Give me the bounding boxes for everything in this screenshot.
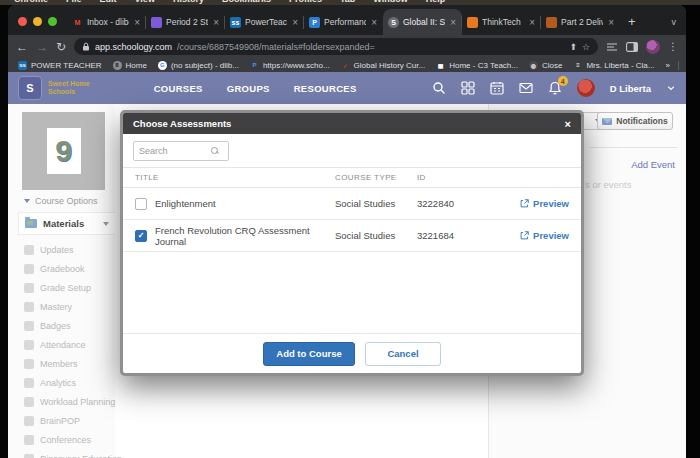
sis-icon: ss <box>18 61 27 70</box>
preview-link[interactable]: Preview <box>520 230 569 241</box>
user-name[interactable]: D Liberta <box>610 83 651 94</box>
bookmark-items: ssPOWER TEACHER8HomeG(no subject) - dlib… <box>18 61 654 70</box>
menu-item-view[interactable]: View <box>135 0 155 4</box>
add-to-course-button[interactable]: Add to Course <box>263 342 355 366</box>
back-button[interactable]: ← <box>16 41 28 53</box>
reading-list-icon[interactable] <box>606 42 618 52</box>
sidebar-item-conferences[interactable]: Conferences <box>8 430 115 449</box>
bookmark-powerteacher[interactable]: ssPOWER TEACHER <box>18 61 102 70</box>
menu-item-tab[interactable]: Tab <box>340 0 355 4</box>
sidebar-items: UpdatesGradebookGrade SetupMasteryBadges… <box>8 240 115 458</box>
tab-performance[interactable]: PPerformance× <box>304 9 383 35</box>
cancel-button[interactable]: Cancel <box>365 342 441 366</box>
sidebar-item-updates[interactable]: Updates <box>8 240 115 259</box>
search-box[interactable] <box>133 141 229 161</box>
menu-item-profiles[interactable]: Profiles <box>289 0 322 4</box>
table-row: ✓French Revolution CRQ Assessment Journa… <box>123 220 581 252</box>
window-controls[interactable] <box>8 17 67 35</box>
share-icon[interactable]: ⬆ <box>569 42 577 52</box>
browser-window: MInbox - dliber×Period 2 Stud×ssPowerTea… <box>8 5 686 458</box>
menu-item-history[interactable]: History <box>173 0 204 4</box>
tab-close-icon[interactable]: × <box>449 17 457 28</box>
sidebar-item-mastery[interactable]: Mastery <box>8 297 115 316</box>
bookmark-mrs-liberta[interactable]: ≡Mrs. Liberta - Cla... <box>573 61 654 70</box>
calendar-icon[interactable] <box>490 81 504 95</box>
browser-menu-icon[interactable]: ⋮ <box>668 41 678 52</box>
school-logo[interactable]: S <box>18 76 42 100</box>
p-icon: P <box>250 61 259 70</box>
browser-profile-avatar[interactable] <box>646 40 660 54</box>
materials-caret-icon[interactable] <box>103 222 109 226</box>
chevron-down-icon[interactable] <box>666 83 676 93</box>
sidebar-item-gradebook[interactable]: Gradebook <box>8 259 115 278</box>
menu-item-file[interactable]: File <box>66 0 82 4</box>
add-event-link[interactable]: Add Event <box>631 159 675 170</box>
tab-thinktech[interactable]: ThinkTech× <box>462 9 541 35</box>
bookmark-no-subject[interactable]: G(no subject) - dlib... <box>158 61 239 70</box>
tab-close-icon[interactable]: × <box>607 17 615 28</box>
url-path: /course/6887549908/materials#foldersexpa… <box>177 42 375 52</box>
tab-search-chevron-icon[interactable]: v <box>672 17 677 27</box>
tab-close-icon[interactable]: × <box>291 17 299 28</box>
search-input[interactable] <box>139 146 211 156</box>
tab-close-icon[interactable]: × <box>212 17 220 28</box>
sidebar-item-materials[interactable]: Materials <box>18 212 115 235</box>
sidebar-item-attendance[interactable]: Attendance <box>8 335 115 354</box>
tab-period-2[interactable]: Period 2 Stud× <box>146 9 225 35</box>
notifications-bell[interactable]: 4 <box>548 81 562 95</box>
nav-groups[interactable]: GROUPS <box>227 83 270 94</box>
menu-item-bookmarks[interactable]: Bookmarks <box>222 0 271 4</box>
sidebar-item-analytics[interactable]: Analytics <box>8 373 115 392</box>
menu-item-help[interactable]: Help <box>426 0 446 4</box>
sidebar-item-label: Workload Planning <box>40 397 115 407</box>
sidebar-item-brainpop[interactable]: BrainPOP <box>8 411 115 430</box>
bookmark-global-history[interactable]: ✓Global History Cur... <box>341 61 426 70</box>
new-tab-button[interactable]: + <box>620 14 646 35</box>
bookmark-label: (no subject) - dlib... <box>171 61 239 70</box>
bookmark-label: https://www.scho... <box>263 61 330 70</box>
sidebar-item-discovery-education[interactable]: Discovery Education <box>8 449 115 458</box>
tab-part2[interactable]: Part 2 Deliver× <box>541 9 620 35</box>
menu-item-edit[interactable]: Edit <box>100 0 117 4</box>
tab-close-icon[interactable]: × <box>528 17 536 28</box>
sidebar-item-grade-setup[interactable]: Grade Setup <box>8 278 115 297</box>
course-options-button[interactable]: Course Options <box>24 196 98 206</box>
tab-close-icon[interactable]: × <box>133 17 141 28</box>
bookmark-schoology-link[interactable]: Phttps://www.scho... <box>250 61 330 70</box>
notifications-button[interactable]: Notifications <box>597 112 673 130</box>
preview-link[interactable]: Preview <box>520 198 569 209</box>
bookmarks-overflow-icon[interactable]: » <box>665 61 669 70</box>
tab-schoology[interactable]: SGlobal II: Sec× <box>383 9 462 35</box>
sidebar-item-members[interactable]: Members <box>8 354 115 373</box>
forward-button[interactable]: → <box>36 41 48 53</box>
bookmark-home[interactable]: 8Home <box>113 61 147 70</box>
tab-close-icon[interactable]: × <box>370 17 378 28</box>
minimize-window-button[interactable] <box>33 17 42 26</box>
menu-item-window[interactable]: Window <box>373 0 407 4</box>
sidebar-item-badges[interactable]: Badges <box>8 316 115 335</box>
user-avatar[interactable] <box>577 79 595 97</box>
bookmark-label: Global History Cur... <box>354 61 426 70</box>
tab-powerteacher[interactable]: ssPowerTeache× <box>225 9 304 35</box>
apps-grid-icon[interactable] <box>461 81 475 95</box>
menu-item-chrome[interactable]: Chrome <box>14 0 48 4</box>
close-window-button[interactable] <box>18 17 27 26</box>
bookmark-star-icon[interactable]: ☆ <box>582 42 590 52</box>
address-bar[interactable]: app.schoology.com/course/6887549908/mate… <box>74 38 598 55</box>
reload-button[interactable]: ↻ <box>56 41 66 53</box>
sidebar-item-workload-planning[interactable]: Workload Planning <box>8 392 115 411</box>
materials-folder-icon <box>25 219 37 228</box>
search-icon[interactable] <box>432 81 446 95</box>
zoom-window-button[interactable] <box>48 17 57 26</box>
messages-icon[interactable] <box>519 81 533 95</box>
course-type: Social Studies <box>335 230 417 241</box>
bookmark-close[interactable]: ◍Close <box>529 61 562 70</box>
nav-resources[interactable]: RESOURCES <box>294 83 357 94</box>
nav-courses[interactable]: COURSES <box>154 83 203 94</box>
assessment-rows: EnlightenmentSocial Studies3222840Previe… <box>123 188 581 252</box>
bookmark-c3-teachers[interactable]: ▦Home - C3 Teach... <box>436 61 518 70</box>
close-icon[interactable]: × <box>565 118 571 130</box>
tab-gmail[interactable]: MInbox - dliber× <box>67 9 146 35</box>
side-panel-icon[interactable] <box>626 42 638 52</box>
modal-footer: Add to Course Cancel <box>123 333 581 373</box>
